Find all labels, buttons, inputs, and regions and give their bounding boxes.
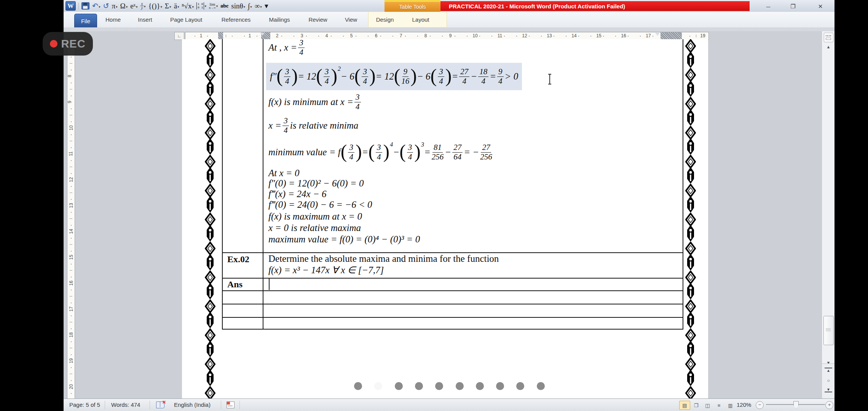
undo-icon[interactable]: ↶▾ (92, 2, 100, 10)
ruler-margin-marker[interactable] (218, 32, 223, 40)
tab-layout[interactable]: Layout (410, 12, 431, 27)
denominator: 4 (481, 77, 485, 86)
previous-page-button[interactable]: ▲ (825, 368, 832, 373)
word-logo-icon[interactable]: W (65, 1, 76, 11)
tab-mailings[interactable]: Mailings (267, 12, 291, 27)
exercise-label: Ex.02 (227, 254, 249, 264)
ruler-tick (479, 36, 480, 37)
customize-qat-icon[interactable]: ▾ (265, 2, 268, 10)
sigma-icon[interactable]: Σ▾ (165, 2, 171, 10)
table-border (683, 39, 683, 330)
document-page[interactable]: At , x = 34f″(34) = 12(34)2 − 6(34) = 12… (182, 39, 708, 398)
numerator: 3 (282, 116, 289, 126)
brackets-icon[interactable]: {()}▾ (148, 2, 162, 10)
next-page-button[interactable]: ▼ (825, 387, 832, 392)
ruler-number: 17 (645, 33, 652, 39)
math-text: − 6 (341, 71, 354, 82)
ruler-margin-marker[interactable] (661, 32, 682, 40)
strikethrough-icon[interactable]: abc (220, 2, 228, 10)
nav-dot[interactable] (374, 382, 382, 390)
view-button-full-screen-reading[interactable]: ❐ (691, 401, 702, 410)
ruler-tick (306, 36, 307, 37)
restore-button[interactable]: ❐ (787, 2, 799, 11)
horizontal-ruler[interactable]: 1123456789101112131415161719 (185, 32, 709, 40)
save-icon (81, 2, 89, 10)
sin-theta-icon[interactable]: sinθ▾ (231, 2, 245, 10)
nav-dot[interactable] (395, 382, 403, 390)
minimize-button[interactable]: ─ (763, 2, 774, 11)
view-button-outline[interactable]: ≡ (713, 401, 724, 410)
word-count[interactable]: Words: 474 (111, 401, 140, 408)
tab-references[interactable]: References (220, 12, 252, 27)
fraction: 274 (459, 67, 469, 86)
limit-icon[interactable]: limn→∞▾ (209, 2, 218, 10)
numerator: 3 (284, 67, 290, 77)
tab-home[interactable]: Home (104, 12, 122, 27)
zoom-in-button[interactable]: + (825, 401, 833, 409)
select-browse-object-button[interactable]: ○ (825, 378, 832, 383)
nth-root-icon[interactable]: ⁿ√x▾ (182, 2, 194, 10)
nav-dot[interactable] (496, 382, 504, 390)
scroll-up-arrow[interactable]: ▲ (824, 43, 833, 50)
rec-dot-icon (50, 40, 57, 48)
indent-marker[interactable] (260, 33, 265, 36)
ruler-number: 19 (68, 357, 74, 364)
nav-dot[interactable] (476, 382, 484, 390)
view-button-draft[interactable]: ▥ (725, 401, 736, 410)
nav-dot[interactable] (354, 382, 362, 390)
math-text: f‴(x) = 24x − 6 (268, 189, 327, 199)
infinity-icon[interactable]: ∞▾ (255, 2, 262, 10)
ruler-tick (70, 374, 72, 374)
ruler-tick (71, 108, 72, 109)
nav-dot[interactable] (537, 382, 545, 390)
tab-stop-selector[interactable]: ∟ (174, 32, 184, 40)
tab-page-layout[interactable]: Page Layout (169, 12, 204, 27)
zoom-slider-thumb[interactable] (793, 401, 799, 408)
scrollbar-thumb[interactable] (823, 316, 834, 345)
vertical-ruler[interactable]: 891011121314151617181920 (67, 39, 75, 399)
close-button[interactable]: ✕ (815, 2, 826, 11)
fraction-icon[interactable]: xy▾ (140, 2, 146, 10)
status-bar: Page: 5 of 5 Words: 474 English (India) … (64, 398, 834, 411)
ruler-tick (71, 83, 72, 83)
solution-line: minimum value = f(34) = (34)4 − (34)3 = … (268, 137, 493, 168)
accent-icon[interactable]: ä▾ (174, 2, 179, 10)
integral-icon[interactable]: ∫▾ (248, 2, 252, 10)
math-text: is relative minima (290, 120, 359, 131)
math-text: f(x) is minimum at x = (268, 97, 353, 107)
ruler-tick (71, 160, 72, 161)
nav-dot[interactable] (516, 382, 524, 390)
solution-line: f″(0) = 12(0)² − 6(0) = 0 (268, 178, 364, 189)
view-button-print-layout[interactable]: ▤ (679, 401, 690, 410)
proofing-error-icon[interactable] (156, 401, 164, 408)
save-icon[interactable] (81, 2, 89, 10)
view-ruler-toggle[interactable] (824, 33, 833, 42)
tab-insert[interactable]: Insert (136, 12, 154, 27)
nav-dot[interactable] (435, 382, 443, 390)
omega-icon[interactable]: Ω▾ (120, 2, 128, 10)
ruler-tick (281, 36, 282, 37)
page-indicator[interactable]: Page: 5 of 5 (69, 401, 100, 408)
view-button-web-layout[interactable]: ◫ (702, 401, 713, 410)
table-border (222, 39, 223, 330)
tab-design[interactable]: Design (375, 12, 396, 27)
math-text: f‴(0) = 24(0) − 6 = −6 < 0 (268, 199, 372, 210)
zoom-level[interactable]: 120% (737, 401, 751, 408)
tab-file[interactable]: File (74, 14, 97, 28)
tab-review[interactable]: Review (307, 12, 329, 27)
nav-dot[interactable] (415, 382, 423, 390)
solution-line: f(x) is minimum at x = 34 (268, 90, 362, 114)
insert-mode-icon[interactable] (227, 401, 235, 408)
language-indicator[interactable]: English (India) (174, 401, 211, 408)
pi-icon[interactable]: π▾ (112, 2, 117, 10)
tab-view[interactable]: View (343, 12, 359, 27)
denominator: 256 (432, 153, 444, 162)
zoom-out-button[interactable]: − (756, 401, 764, 409)
indent-marker[interactable] (655, 33, 660, 36)
redo-icon[interactable]: ↺ (103, 2, 109, 10)
nav-dot[interactable] (456, 382, 464, 390)
matrix-icon[interactable]: 1 00 1▾ (196, 2, 206, 10)
exponential-icon[interactable]: eˣ▾ (130, 2, 137, 10)
ruler-tick (70, 167, 72, 167)
vertical-scrollbar[interactable]: ▲ ▼ ▲ ○ ▼ (822, 31, 834, 398)
